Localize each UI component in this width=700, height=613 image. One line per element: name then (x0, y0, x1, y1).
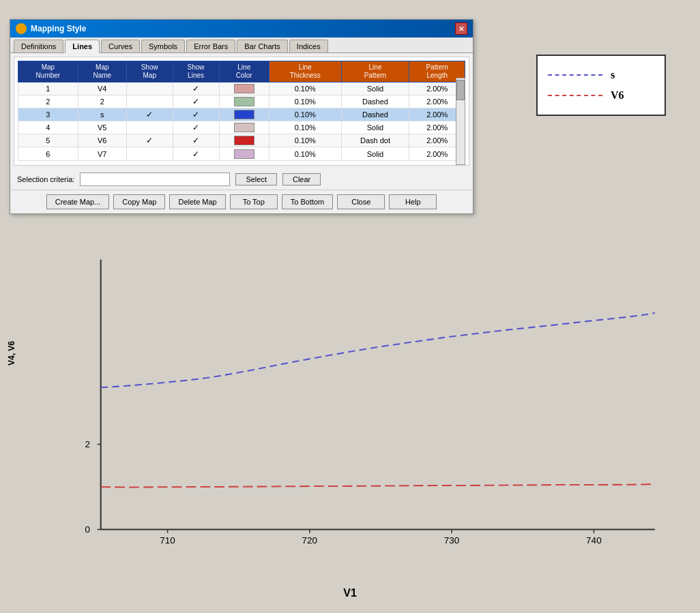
cell-thickness: 0.10% (269, 108, 341, 121)
cell-map-name: V5 (78, 121, 126, 134)
cell-map-number: 4 (18, 121, 78, 134)
col-header-map-number: MapNumber (18, 61, 78, 83)
mapping-style-dialog: Mapping Style ✕ Definitions Lines Curves… (10, 19, 473, 214)
legend-item-v6: V6 (548, 89, 654, 102)
copy-map-button[interactable]: Copy Map (113, 194, 165, 209)
svg-text:0: 0 (85, 524, 91, 535)
cell-show-lines[interactable]: ✓ (173, 83, 219, 95)
chart-svg: 0 2 710 720 730 740 (41, 245, 686, 572)
cell-map-name: V4 (78, 83, 126, 95)
cell-map-name: V6 (78, 134, 126, 147)
svg-text:740: 740 (586, 535, 602, 545)
cell-pattern: Dash dot (341, 134, 409, 147)
cell-thickness: 0.10% (269, 95, 341, 108)
cell-line-color[interactable] (219, 147, 269, 160)
col-header-show-lines: ShowLines (173, 61, 219, 83)
tab-lines[interactable]: Lines (65, 40, 100, 53)
close-button[interactable]: Close (337, 194, 385, 209)
table-row[interactable]: 2 2 ✓ 0.10% Dashed 2.00% (18, 95, 465, 108)
cell-show-lines[interactable]: ✓ (173, 95, 219, 108)
svg-text:720: 720 (302, 535, 318, 545)
cell-line-color[interactable] (219, 95, 269, 108)
cell-show-lines[interactable]: ✓ (173, 147, 219, 160)
cell-pattern: Solid (341, 121, 409, 134)
cell-map-number: 6 (18, 147, 78, 160)
selection-input[interactable] (80, 173, 230, 186)
scrollbar[interactable] (456, 78, 465, 165)
legend-line-red (548, 95, 602, 96)
x-axis-label: V1 (343, 587, 357, 599)
cell-pattern: Solid (341, 83, 409, 95)
cell-show-map[interactable] (126, 83, 173, 95)
selection-row: Selection criteria: Select Clear (10, 169, 473, 190)
map-table: MapNumber MapName ShowMap ShowLines Line… (18, 61, 465, 161)
dialog-title: Mapping Style (31, 24, 86, 33)
table-row[interactable]: 6 V7 ✓ 0.10% Solid 2.00% (18, 147, 465, 160)
app-icon (16, 23, 27, 34)
col-header-show-map: ShowMap (126, 61, 173, 83)
delete-map-button[interactable]: Delete Map (169, 194, 225, 209)
cell-map-number: 2 (18, 95, 78, 108)
tabs-bar: Definitions Lines Curves Symbols Error B… (10, 38, 473, 53)
cell-pattern: Dashed (341, 95, 409, 108)
clear-button[interactable]: Clear (282, 173, 321, 185)
cell-map-number: 5 (18, 134, 78, 147)
scroll-thumb[interactable] (456, 80, 465, 100)
cell-thickness: 0.10% (269, 134, 341, 147)
cell-thickness: 0.10% (269, 83, 341, 95)
cell-thickness: 0.10% (269, 147, 341, 160)
cell-thickness: 0.10% (269, 121, 341, 134)
help-button[interactable]: Help (389, 194, 437, 209)
table-row[interactable]: 3 s ✓ ✓ 0.10% Dashed 2.00% (18, 108, 465, 121)
col-header-line-color: LineColor (219, 61, 269, 83)
create-map-button[interactable]: Create Map... (46, 194, 110, 209)
table-area: MapNumber MapName ShowMap ShowLines Line… (14, 57, 469, 166)
cell-show-lines[interactable]: ✓ (173, 121, 219, 134)
dialog-titlebar: Mapping Style ✕ (10, 20, 473, 38)
cell-line-color[interactable] (219, 108, 269, 121)
to-top-button[interactable]: To Top (230, 194, 278, 209)
svg-text:2: 2 (85, 439, 91, 449)
close-icon[interactable]: ✕ (455, 23, 467, 35)
cell-map-number: 3 (18, 108, 78, 121)
cell-map-number: 1 (18, 83, 78, 95)
cell-show-lines[interactable]: ✓ (173, 108, 219, 121)
col-header-line-thickness: LineThickness (269, 61, 341, 83)
tab-symbols[interactable]: Symbols (141, 40, 185, 53)
cell-show-map[interactable] (126, 121, 173, 134)
cell-show-lines[interactable]: ✓ (173, 134, 219, 147)
titlebar-left: Mapping Style (16, 23, 86, 34)
selection-label: Selection criteria: (17, 175, 74, 183)
cell-pattern: Dashed (341, 108, 409, 121)
select-button[interactable]: Select (235, 173, 277, 185)
cell-line-color[interactable] (219, 121, 269, 134)
tab-definitions[interactable]: Definitions (14, 40, 63, 53)
cell-map-name: V7 (78, 147, 126, 160)
tab-error-bars[interactable]: Error Bars (186, 40, 235, 53)
table-row[interactable]: 5 V6 ✓ ✓ 0.10% Dash dot 2.00% (18, 134, 465, 147)
legend-box: s V6 (536, 55, 666, 116)
svg-text:730: 730 (444, 535, 460, 545)
cell-show-map[interactable]: ✓ (126, 134, 173, 147)
cell-pattern: Solid (341, 147, 409, 160)
tab-curves[interactable]: Curves (101, 40, 140, 53)
cell-line-color[interactable] (219, 83, 269, 95)
legend-label-v6: V6 (611, 89, 624, 102)
svg-text:710: 710 (160, 535, 175, 545)
tab-indices[interactable]: Indices (289, 40, 328, 53)
cell-map-name: 2 (78, 95, 126, 108)
legend-label-s: s (611, 69, 615, 81)
col-header-map-name: MapName (78, 61, 126, 83)
tab-bar-charts[interactable]: Bar Charts (237, 40, 288, 53)
cell-line-color[interactable] (219, 134, 269, 147)
table-row[interactable]: 4 V5 ✓ 0.10% Solid 2.00% (18, 121, 465, 134)
col-header-line-pattern: LinePattern (341, 61, 409, 83)
to-bottom-button[interactable]: To Bottom (282, 194, 334, 209)
cell-map-name: s (78, 108, 126, 121)
cell-show-map[interactable] (126, 95, 173, 108)
chart-area: 0 2 710 720 730 740 (41, 245, 686, 572)
table-row[interactable]: 1 V4 ✓ 0.10% Solid 2.00% (18, 83, 465, 95)
cell-show-map[interactable] (126, 147, 173, 160)
action-button-row: Create Map... Copy Map Delete Map To Top… (10, 190, 473, 213)
cell-show-map[interactable]: ✓ (126, 108, 173, 121)
